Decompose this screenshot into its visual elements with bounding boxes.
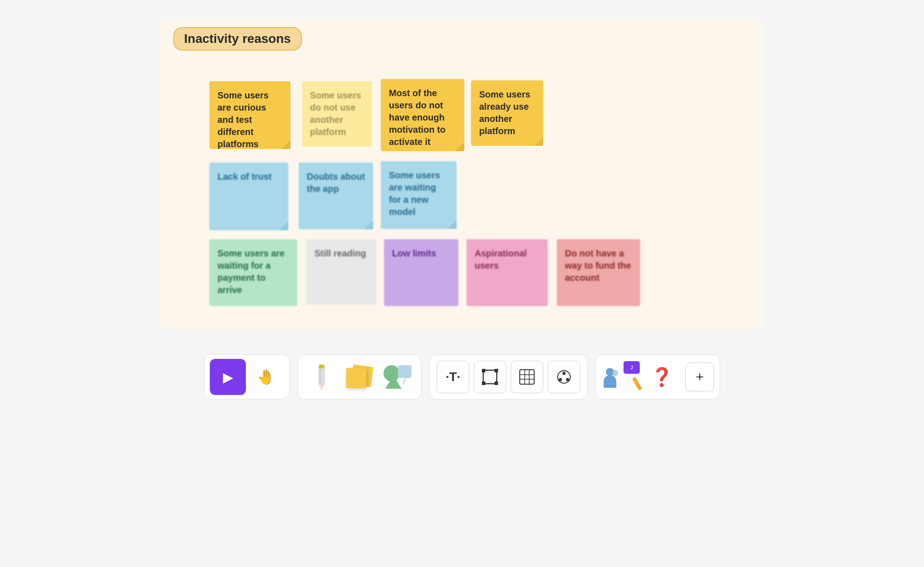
svg-point-17	[566, 378, 569, 381]
plus-icon: +	[696, 369, 704, 385]
sticky-note-trust[interactable]: Lack of trust	[209, 163, 288, 230]
svg-rect-9	[520, 370, 534, 384]
sticky-note-low-limits-text: Low limits	[392, 248, 436, 258]
svg-rect-6	[494, 369, 498, 372]
sticky-note-another-platform-text: Some users already use another platform	[479, 89, 530, 136]
sticky-note-blurred-blue-text: Some users are waiting for a new model	[389, 170, 440, 217]
toolbar: ▶ 🤚	[204, 354, 720, 400]
sticky-note-trust-text: Lack of trust	[217, 172, 272, 181]
sticky-note-motivation-text: Most of the users do not have enough mot…	[389, 88, 446, 147]
sticky-note-blurred1[interactable]: Some users do not use another platform	[302, 81, 372, 147]
jambot-icon: J	[604, 361, 640, 393]
svg-rect-1	[319, 365, 324, 368]
text-tool[interactable]: ·T·	[437, 361, 469, 393]
sticky-note-blurred1-text: Some users do not use another platform	[310, 90, 361, 137]
table-icon	[519, 369, 535, 385]
svg-rect-5	[482, 369, 485, 372]
svg-rect-7	[482, 381, 485, 385]
select-tools-section: ▶ 🤚	[204, 354, 290, 400]
svg-rect-8	[494, 381, 498, 385]
sticky-note-doubts-text: Doubts about the app	[307, 172, 365, 194]
hand-tool[interactable]: 🤚	[248, 359, 284, 395]
help-tool[interactable]: ❓	[644, 359, 680, 395]
svg-rect-3	[320, 366, 321, 384]
question-icon: ❓	[651, 367, 673, 388]
sticky-note-another-platform[interactable]: Some users already use another platform	[471, 80, 543, 146]
sticky-notes-tool[interactable]	[342, 359, 378, 395]
add-button[interactable]: +	[685, 363, 714, 391]
template-tool[interactable]	[548, 361, 580, 393]
sticky-note-curious[interactable]: Some users are curious and test differen…	[209, 81, 291, 149]
shapes-icon: ↗	[382, 363, 413, 390]
pencil-tool[interactable]	[304, 359, 340, 395]
sticky-note-aspirational[interactable]: Aspirational users	[467, 239, 548, 306]
jambot-tool[interactable]: J	[601, 359, 642, 395]
ai-tools-section: J ❓ +	[596, 354, 720, 400]
shapes-tool[interactable]: ↗	[379, 359, 416, 395]
frame-tool[interactable]	[474, 361, 506, 393]
sticky-note-aspirational-text: Aspirational users	[475, 248, 527, 270]
hand-icon: 🤚	[257, 368, 275, 386]
text-icon: ·T·	[446, 370, 461, 384]
sticky-note-still-reading[interactable]: Still reading	[306, 239, 376, 305]
sticky-note-payment-text: Some users are waiting for a payment to …	[217, 248, 285, 295]
svg-point-15	[563, 372, 566, 375]
draw-tools-section: ↗	[298, 354, 421, 400]
select-tool[interactable]: ▶	[210, 359, 246, 395]
frame-icon	[482, 369, 498, 385]
sticky-note-still-reading-text: Still reading	[314, 248, 366, 258]
canvas-board: Inactivity reasons Some users are curiou…	[160, 18, 764, 330]
stickies-icon	[344, 363, 375, 390]
sticky-note-blurred-blue[interactable]: Some users are waiting for a new model	[381, 161, 457, 229]
template-icon	[556, 369, 572, 385]
svg-point-16	[559, 378, 562, 381]
pencil-icon	[314, 363, 330, 391]
sticky-note-curious-text: Some users are curious and test differen…	[217, 90, 268, 149]
sticky-note-fund-text: Do not have a way to fund the account	[565, 248, 631, 283]
table-tool[interactable]	[511, 361, 543, 393]
sticky-note-payment[interactable]: Some users are waiting for a payment to …	[209, 239, 297, 306]
sticky-note-low-limits[interactable]: Low limits	[384, 239, 458, 306]
frame-label: Inactivity reasons	[173, 27, 302, 51]
svg-marker-2	[319, 385, 324, 391]
sticky-note-doubts[interactable]: Doubts about the app	[299, 163, 373, 229]
cursor-icon: ▶	[223, 369, 233, 385]
sticky-note-fund[interactable]: Do not have a way to fund the account	[557, 239, 640, 306]
text-tools-section: ·T·	[430, 354, 587, 400]
sticky-note-motivation[interactable]: Most of the users do not have enough mot…	[381, 79, 464, 151]
